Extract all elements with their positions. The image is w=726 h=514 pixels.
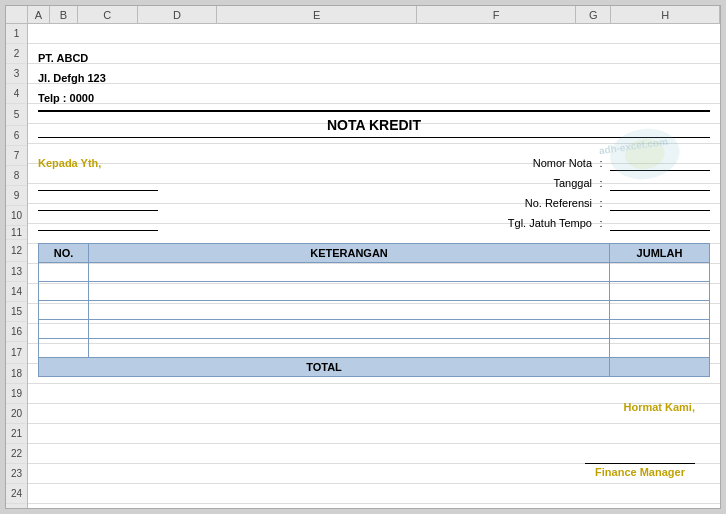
table-cell-jml-1 <box>610 263 710 282</box>
row-1 <box>38 28 710 48</box>
hormat-kami-label: Hormat Kami, <box>623 401 695 413</box>
kepada-line-3 <box>38 215 158 231</box>
company-address: Jl. Defgh 123 <box>38 72 106 84</box>
row-2: PT. ABCD <box>38 48 710 68</box>
no-ref-colon: : <box>596 197 606 209</box>
jatuh-tempo-row: Tgl. Jatuh Tempo : <box>482 213 710 233</box>
rows-area: 1 2 3 4 5 6 7 8 9 10 11 12 13 14 15 16 1… <box>6 24 720 508</box>
table-row <box>39 263 710 282</box>
row-num-9: 9 <box>6 186 27 206</box>
row-num-16: 16 <box>6 322 27 342</box>
table-cell-ket-3 <box>89 301 610 320</box>
table-cell-no-5 <box>39 339 89 358</box>
table-cell-no-3 <box>39 301 89 320</box>
table-header-no: NO. <box>39 244 89 263</box>
row-num-18: 18 <box>6 364 27 384</box>
tanggal-row: Tanggal : <box>482 173 710 193</box>
row-num-2: 2 <box>6 44 27 64</box>
kepada-line-2 <box>38 195 158 211</box>
col-header-d: D <box>138 6 218 23</box>
signature-line <box>585 463 695 464</box>
kepada-label: Kepada Yth, <box>38 157 101 169</box>
finance-manager-label: Finance Manager <box>585 466 695 478</box>
nomor-nota-row: Nomor Nota : <box>482 153 710 173</box>
table-cell-ket-2 <box>89 282 610 301</box>
table-header-jumlah: JUMLAH <box>610 244 710 263</box>
separator-top <box>38 110 710 112</box>
row-num-14: 14 <box>6 282 27 302</box>
column-headers: A B C D E F G H <box>6 6 720 24</box>
corner-cell <box>6 6 28 23</box>
table-row <box>39 282 710 301</box>
table-cell-no-4 <box>39 320 89 339</box>
row-numbers: 1 2 3 4 5 6 7 8 9 10 11 12 13 14 15 16 1… <box>6 24 28 508</box>
table-cell-ket-4 <box>89 320 610 339</box>
table-cell-ket-5 <box>89 339 610 358</box>
row-num-5: 5 <box>6 104 27 126</box>
total-value-cell <box>610 358 710 377</box>
row-num-17: 17 <box>6 342 27 364</box>
row-num-19: 19 <box>6 384 27 404</box>
jatuh-tempo-label: Tgl. Jatuh Tempo <box>482 217 592 229</box>
jatuh-tempo-value <box>610 215 710 231</box>
table-total-row: TOTAL <box>39 358 710 377</box>
company-phone: Telp : 0000 <box>38 92 94 104</box>
row-num-22: 22 <box>6 444 27 464</box>
no-ref-label: No. Referensi <box>482 197 592 209</box>
row-num-1: 1 <box>6 24 27 44</box>
row-num-21: 21 <box>6 424 27 444</box>
gap-row-11 <box>38 233 710 241</box>
row-3: Jl. Defgh 123 <box>38 68 710 88</box>
nomor-nota-label: Nomor Nota <box>482 157 592 169</box>
table-row <box>39 320 710 339</box>
table-cell-jml-5 <box>610 339 710 358</box>
col-header-h: H <box>611 6 720 23</box>
row-num-4: 4 <box>6 84 27 104</box>
separator-bottom-title <box>38 137 710 138</box>
gap-row-18 <box>38 377 710 397</box>
tanggal-label: Tanggal <box>482 177 592 189</box>
table-row <box>39 339 710 358</box>
table-cell-no-1 <box>39 263 89 282</box>
company-name: PT. ABCD <box>38 52 88 64</box>
row-num-13: 13 <box>6 262 27 282</box>
table-cell-jml-4 <box>610 320 710 339</box>
row-num-7: 7 <box>6 146 27 166</box>
jatuh-tempo-colon: : <box>596 217 606 229</box>
row-num-3: 3 <box>6 64 27 84</box>
info-section: Kepada Yth, <box>38 153 710 233</box>
col-header-g: G <box>576 6 611 23</box>
tanggal-colon: : <box>596 177 606 189</box>
row-num-23: 23 <box>6 464 27 484</box>
col-header-e: E <box>217 6 416 23</box>
row-6 <box>38 139 710 153</box>
row-num-24: 24 <box>6 484 27 504</box>
table-cell-no-2 <box>39 282 89 301</box>
document-title: NOTA KREDIT <box>38 117 710 133</box>
row-num-15: 15 <box>6 302 27 322</box>
row-4: Telp : 0000 <box>38 88 710 108</box>
row-num-10: 10 <box>6 206 27 226</box>
row-5: NOTA KREDIT <box>38 114 710 136</box>
document-content: PT. ABCD Jl. Defgh 123 Telp : 0000 NOTA … <box>28 24 720 508</box>
tanggal-value <box>610 175 710 191</box>
nomor-nota-colon: : <box>596 157 606 169</box>
col-header-f: F <box>417 6 577 23</box>
table-cell-jml-3 <box>610 301 710 320</box>
sheet-content: PT. ABCD Jl. Defgh 123 Telp : 0000 NOTA … <box>28 24 720 508</box>
total-label-cell: TOTAL <box>39 358 610 377</box>
no-ref-row: No. Referensi : <box>482 193 710 213</box>
col-header-a: A <box>28 6 50 23</box>
table-cell-jml-2 <box>610 282 710 301</box>
row-num-12: 12 <box>6 240 27 262</box>
table-row <box>39 301 710 320</box>
col-header-b: B <box>50 6 78 23</box>
nomor-nota-value <box>610 155 710 171</box>
table-cell-ket-1 <box>89 263 610 282</box>
right-info-block: Nomor Nota : Tanggal : No. Referensi : <box>482 153 710 233</box>
kepada-line-1 <box>38 175 158 191</box>
row-num-20: 20 <box>6 404 27 424</box>
spreadsheet: A B C D E F G H 1 2 3 4 5 6 7 8 9 10 11 … <box>5 5 721 509</box>
nota-table: NO. KETERANGAN JUMLAH <box>38 243 710 377</box>
no-ref-value <box>610 195 710 211</box>
